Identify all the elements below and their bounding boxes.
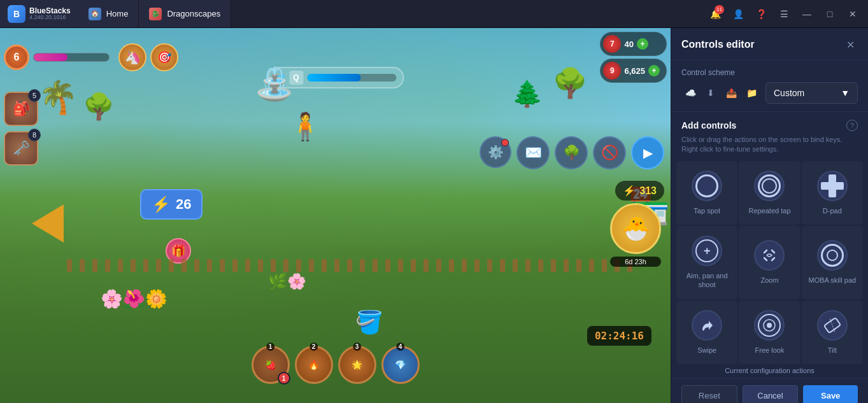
tilt-icon: [817, 310, 848, 341]
currency-2-add[interactable]: +: [648, 65, 660, 76]
dpad-visual: [821, 174, 844, 197]
controls-panel: Controls editor ✕ Control scheme ☁️ ⬇ 📤 …: [671, 28, 868, 403]
chevron-down-icon: ▼: [841, 88, 850, 98]
menu-button[interactable]: ☰: [774, 4, 794, 24]
currency-1-add[interactable]: +: [637, 38, 648, 50]
currency-2-value: 6,625: [624, 66, 645, 76]
aim-visual: [695, 239, 718, 262]
dpad-label: D-pad: [823, 206, 842, 215]
control-scheme-section: Control scheme ☁️ ⬇ 📤 📁 Custom ▼: [671, 60, 868, 112]
reward-icon[interactable]: 🎯: [150, 43, 178, 71]
skill-1-badge: 1: [278, 372, 290, 385]
help-button[interactable]: ❓: [751, 4, 771, 24]
title-bar-right: 🔔 11 👤 ❓ ☰ — □ ✕: [705, 4, 868, 24]
repeated-tap-icon: [754, 171, 785, 201]
control-aim-pan-shoot[interactable]: Aim, pan and shoot: [676, 226, 737, 299]
countdown-timer: 02:24:16: [587, 326, 651, 346]
moba-visual: [821, 244, 844, 267]
dpad-vertical: [829, 174, 836, 197]
control-zoom[interactable]: Zoom: [739, 226, 800, 299]
notification-badge: 11: [715, 5, 724, 14]
maximize-button[interactable]: □: [820, 4, 840, 24]
booster-bar: [307, 74, 396, 81]
booster-bar-fill: [307, 74, 360, 81]
panel-footer: Reset Cancel Save: [671, 378, 868, 403]
panel-close-button[interactable]: ✕: [843, 37, 858, 52]
save-button[interactable]: Save: [803, 385, 858, 403]
fountain: ⛲: [255, 66, 294, 103]
repeated-tap-label: Repeated tap: [748, 206, 790, 215]
bluestacks-logo[interactable]: B BlueStacks 4.240.20.1016: [0, 0, 78, 27]
game-area[interactable]: 6 🦄 🎯 ⇄ Q: [0, 28, 671, 403]
play-button[interactable]: ▶: [631, 136, 664, 169]
title-bar-left: B BlueStacks 4.240.20.1016 🏠 Home 🐉 Drag…: [0, 0, 231, 27]
control-tap-spot[interactable]: Tap spot: [676, 161, 737, 225]
inventory-badge: 5: [28, 89, 41, 102]
scheme-controls: ☁️ ⬇ 📤 📁 Custom ▼: [681, 82, 858, 104]
currency-1-value: 40: [624, 39, 633, 49]
control-swipe[interactable]: Swipe: [676, 300, 737, 364]
quest-icon[interactable]: 🦄: [118, 43, 146, 71]
left-panel: 🎒 5 🗝️ 8: [4, 92, 38, 166]
add-controls-help[interactable]: ?: [846, 120, 858, 131]
lightning-count: 26: [176, 196, 191, 213]
tab-home[interactable]: 🏠 Home: [78, 0, 139, 27]
add-controls-description: Click or drag the actions on the screen …: [671, 135, 868, 161]
tab-dragonscapes[interactable]: 🐉 Dragonscapes: [139, 0, 231, 27]
add-controls-title: Add controls: [681, 120, 736, 131]
scheme-upload-button[interactable]: ☁️: [681, 84, 699, 102]
plant-area: 🌸🌺🌼: [101, 288, 167, 309]
svg-point-0: [767, 323, 772, 328]
control-moba[interactable]: MOBA skill pad: [802, 226, 863, 299]
no-entry-button[interactable]: 🚫: [593, 136, 626, 169]
skill-4[interactable]: 💎 4: [381, 346, 420, 384]
skill-1[interactable]: 🍓 1 1: [252, 346, 290, 384]
currency-2-label: 9: [610, 66, 615, 75]
title-bar: B BlueStacks 4.240.20.1016 🏠 Home 🐉 Drag…: [0, 0, 868, 28]
scheme-dropdown[interactable]: Custom ▼: [765, 82, 858, 104]
tree-button[interactable]: 🌳: [555, 136, 588, 169]
key-button[interactable]: 🗝️ 8: [4, 131, 38, 166]
pet-timer: 6d 23h: [610, 257, 661, 267]
lightning-amount: 313: [639, 185, 657, 197]
game-tab-icon: 🐉: [149, 8, 162, 20]
scheme-folder-button[interactable]: 📁: [743, 84, 760, 102]
mail-button[interactable]: ✉️: [516, 136, 550, 169]
zoom-visual: [758, 244, 781, 267]
control-tilt[interactable]: Tilt: [802, 300, 863, 364]
game-tab-label: Dragonscapes: [167, 9, 220, 18]
character: 🧍: [288, 111, 322, 142]
scheme-toolbar-icons: ☁️ ⬇ 📤 📁: [681, 84, 760, 102]
skill-3-number: 3: [353, 343, 362, 351]
close-button[interactable]: ✕: [843, 4, 863, 24]
swipe-visual: [695, 314, 718, 337]
scheme-download-button[interactable]: ⬇: [702, 84, 720, 102]
control-repeated-tap[interactable]: Repeated tap: [739, 161, 800, 225]
currency-1-icon: 7: [603, 35, 621, 53]
scheme-share-button[interactable]: 📤: [722, 84, 740, 102]
skill-4-number: 4: [396, 343, 405, 351]
skill-3[interactable]: 🌟 3: [338, 346, 376, 384]
config-label: Current configuration actions: [671, 364, 868, 378]
control-dpad[interactable]: D-pad: [802, 161, 863, 225]
reset-button[interactable]: Reset: [681, 385, 737, 403]
boiler: 🪣: [355, 309, 383, 336]
settings-button[interactable]: ⚙️: [480, 136, 511, 168]
bluestacks-logo-icon: B: [8, 5, 25, 23]
account-button[interactable]: 👤: [728, 4, 748, 24]
aim-icon: [692, 236, 722, 266]
cancel-button[interactable]: Cancel: [743, 385, 799, 403]
currency-1: 7 40 +: [600, 32, 667, 56]
lightning-chest[interactable]: ⚡ 26: [140, 189, 203, 220]
notification-button[interactable]: 🔔 11: [705, 4, 725, 24]
minimize-button[interactable]: —: [797, 4, 817, 24]
bluestacks-text: BlueStacks 4.240.20.1016: [29, 7, 71, 20]
skill-bar: 🍓 1 1 🔥 2 🌟 3 💎 4: [252, 346, 420, 384]
skill-2[interactable]: 🔥 2: [295, 346, 333, 384]
free-look-icon: [754, 310, 785, 341]
moba-label: MOBA skill pad: [809, 276, 857, 285]
inventory-button[interactable]: 🎒 5: [4, 92, 38, 126]
control-free-look[interactable]: Free look: [739, 300, 800, 364]
zoom-label: Zoom: [760, 276, 778, 285]
dragon-pet[interactable]: 🐣 6d 23h: [610, 203, 661, 267]
